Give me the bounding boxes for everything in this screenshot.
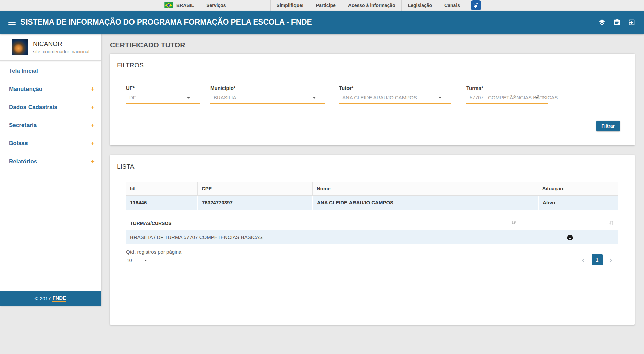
user-name: NICANOR [33,40,89,48]
gov-brand-link[interactable]: BRASIL [164,0,200,11]
chevron-down-icon [313,97,316,99]
page-title: CERTIFICADO TUTOR [110,41,635,49]
sidebar-item-manutencao[interactable]: Manutenção [0,80,101,98]
list-card: LISTA Id CPF Nome Situação 116446 763247… [110,155,635,325]
turma-label: Turma* [466,85,548,91]
sort-icon[interactable] [609,220,614,226]
divider [466,0,466,11]
results-table: Id CPF Nome Situação 116446 76324770397 … [126,182,618,210]
col-header-turmas-cursos: TURMAS/CURSOS [126,217,521,230]
gov-link-servicos[interactable]: Serviços [200,0,232,11]
sidebar-footer: © 2017 FNDE [0,291,101,306]
col-header-nome: Nome [312,182,538,196]
tutor-select[interactable]: ANA CLEIDE ARAUJO CAMPOS [339,94,451,104]
course-row-label: BRASILIA / DF TURMA 57707 COMPETÊNCIAS B… [126,230,521,244]
sort-amount-icon[interactable] [511,220,517,226]
chevron-down-icon [187,97,190,99]
gov-top-bar: BRASIL Serviços Simplifique! Participe A… [0,0,644,11]
filters-card: FILTROS UF* DF Município* BRASILIA [110,54,635,145]
sidebar-item-secretaria[interactable]: Secretaria [0,116,101,134]
app-header: SISTEMA DE INFORMAÇÃO DO PROGRAMA FORMAÇ… [0,11,644,34]
chevron-down-icon [438,97,442,99]
uf-select[interactable]: DF [126,94,200,104]
gov-brand-label: BRASIL [176,3,194,8]
pagination: ‹ 1 › [580,254,614,266]
turma-select-field: Turma* 57707 - COMPETÃŠNCIAS BÃ□SICAS [466,85,548,104]
page-number-button[interactable]: 1 [592,254,603,266]
user-role: sife_coordenador_nacional [33,49,89,54]
sidebar-item-relatorios[interactable]: Relatórios [0,153,101,171]
gov-link-canais[interactable]: Canais [438,0,466,11]
sidebar: NICANOR sife_coordenador_nacional Tela I… [0,34,101,306]
filtrar-button[interactable]: Filtrar [596,121,620,131]
per-page-select[interactable]: 10 [126,257,148,265]
gov-link-simplifique[interactable]: Simplifique! [271,0,310,11]
prev-page-button[interactable]: ‹ [580,256,586,264]
menu-icon[interactable] [8,18,16,26]
table-cell-cpf: 76324770397 [197,196,312,210]
turma-select[interactable]: 57707 - COMPETÃŠNCIAS BÃ□SICAS [466,94,548,104]
col-header-actions [521,217,618,230]
vlibras-accessibility-button[interactable] [471,0,481,10]
per-page-control: Qtd. registros por página 10 [126,249,181,266]
app-title: SISTEMA DE INFORMAÇÃO DO PROGRAMA FORMAÇ… [20,18,312,27]
table-cell-id: 116446 [126,196,197,210]
tutor-label: Tutor* [339,85,451,91]
table-cell-nome: ANA CLEIDE ARAUJO CAMPOS [312,196,538,210]
copyright-text: © 2017 [35,296,51,301]
uf-select-field: UF* DF [126,85,200,104]
expand-plus-icon[interactable] [90,85,95,93]
uf-label: UF* [126,85,200,91]
print-button[interactable] [567,234,573,241]
municipio-label: Município* [210,85,325,91]
col-header-cpf: CPF [197,182,312,196]
brazil-flag-icon [164,2,173,8]
sidebar-menu: Tela Inicial Manutenção Dados Cadastrais… [0,61,101,171]
print-icon [567,234,573,241]
expand-plus-icon[interactable] [90,103,95,111]
col-header-id: Id [126,182,197,196]
fnde-link[interactable]: FNDE [52,295,66,302]
expand-plus-icon[interactable] [90,139,95,148]
list-title: LISTA [110,155,635,170]
sidebar-item-dados-cadastrais[interactable]: Dados Cadastrais [0,98,101,116]
gov-link-legislacao[interactable]: Legislação [402,0,438,11]
course-row-actions [521,230,618,244]
exit-icon[interactable] [628,19,635,26]
sidebar-item-bolsas[interactable]: Bolsas [0,134,101,153]
gov-link-participe[interactable]: Participe [310,0,342,11]
expand-plus-icon[interactable] [90,121,95,129]
layers-icon[interactable] [598,19,606,26]
chevron-down-icon [535,97,538,99]
filters-title: FILTROS [110,54,635,69]
sidebar-item-tela-inicial[interactable]: Tela Inicial [0,62,101,80]
expand-plus-icon[interactable] [90,158,95,166]
main-content: CERTIFICADO TUTOR FILTROS UF* DF Municíp… [101,34,644,354]
municipio-select[interactable]: BRASILIA [210,94,325,104]
next-page-button[interactable]: › [608,256,614,264]
tutor-select-field: Tutor* ANA CLEIDE ARAUJO CAMPOS [339,85,451,104]
gov-link-acesso-informacao[interactable]: Acesso à informação [342,0,401,11]
chevron-down-icon [144,260,147,261]
courses-table: TURMAS/CURSOS [126,217,618,244]
avatar [12,39,28,55]
vlibras-hands-icon [473,2,479,9]
per-page-label: Qtd. registros por página [126,249,181,255]
user-block: NICANOR sife_coordenador_nacional [0,34,101,61]
table-cell-situacao: Ativo [538,196,618,210]
clipboard-icon[interactable] [613,19,621,26]
municipio-select-field: Município* BRASILIA [210,85,325,104]
col-header-situacao: Situação [538,182,618,196]
